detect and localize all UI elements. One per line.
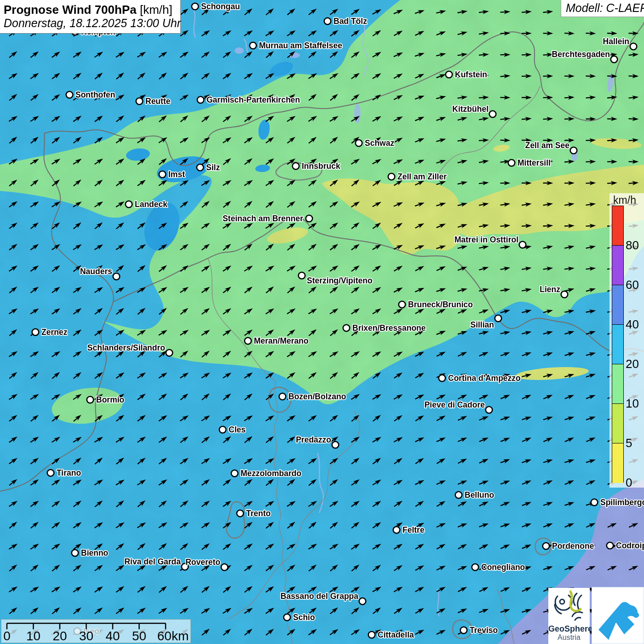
title-unit: [km/h] (140, 3, 172, 17)
city-marker (607, 542, 614, 549)
city-feltre: Feltre (393, 525, 425, 535)
city-marker (166, 350, 173, 356)
legend-unit-label: km/h (611, 194, 638, 207)
city-marker (299, 272, 305, 279)
legend-segment-10 (612, 364, 623, 404)
city-label: Cittadella (378, 630, 414, 639)
weather-map-canvas: SchongauBad TölzKemptenMurnau am Staffel… (0, 0, 644, 644)
city-label: Hallein (603, 37, 629, 46)
legend-tick-5: 5 (626, 437, 632, 449)
city-cles: Cles (219, 425, 246, 434)
city-label: Steinach am Brenner (223, 214, 303, 223)
city-marker (630, 43, 637, 50)
city-bozen-bolzano: Bozen/Bolzano (279, 392, 346, 401)
city-label: Cortina d'Ampezzo (448, 374, 521, 383)
city-label: Mezzolombardo (241, 469, 301, 478)
city-label: Bozen/Bolzano (288, 392, 346, 401)
city-label: Silz (206, 163, 220, 172)
city-marker (87, 397, 94, 403)
city-brixen-bressanone: Brixen/Bressanone (343, 323, 426, 333)
city-marker (197, 164, 204, 171)
city-zernez: Zernez (32, 328, 68, 337)
city-label: Bad Tölz (334, 17, 367, 26)
city-marker (388, 173, 395, 180)
city-marker (221, 564, 228, 571)
city-marker (237, 510, 244, 517)
scalebar-label-50: 50 (132, 629, 146, 643)
geosphere-contour-icon (548, 588, 590, 624)
forecast-datetime: Donnerstag, 18.12.2025 13:00 Uhr (4, 17, 177, 29)
city-label: Codroipo (616, 541, 644, 550)
geosphere-logo-country: Austria (548, 633, 590, 641)
city-label: Reutte (145, 97, 171, 106)
city-label: Garmisch-Partenkirchen (207, 95, 300, 104)
partner-logo (592, 587, 644, 644)
city-marker (472, 564, 479, 571)
city-label: Lienz (540, 285, 560, 294)
city-label: Spilimbergo (600, 498, 644, 507)
city-marker (324, 18, 331, 25)
city-marker (570, 147, 577, 154)
legend-segment-0 (612, 443, 623, 483)
city-label: Bienno (81, 548, 108, 558)
legend-color-bar (612, 206, 624, 483)
city-label: Zell am See (525, 141, 570, 150)
scalebar-label-20: 20 (52, 629, 67, 643)
city-imst: Imst (159, 170, 185, 179)
city-marker (245, 338, 252, 345)
city-bruneck-brunico: Bruneck/Brunico (399, 300, 473, 309)
city-bormio: Bormio (87, 395, 125, 404)
city-silz: Silz (197, 163, 220, 172)
city-mezzolombardo: Mezzolombardo (231, 469, 302, 478)
legend-tick-80: 80 (626, 239, 639, 251)
city-marker (284, 614, 291, 621)
city-label: Zernez (41, 328, 68, 337)
city-trento: Trento (237, 509, 271, 518)
city-marker (279, 393, 286, 400)
city-marker (359, 598, 366, 605)
city-label: Bassano del Grappa (281, 592, 358, 601)
city-label: Schwaz (365, 138, 394, 148)
city-murnau-am-staffelsee: Murnau am Staffelsee (250, 41, 342, 50)
city-label: Berchtesgaden (552, 50, 610, 59)
city-marker (393, 527, 400, 534)
city-label: Nauders (80, 267, 112, 276)
city-label: Trento (246, 509, 270, 518)
city-marker (113, 273, 120, 280)
city-marker (519, 242, 526, 248)
city-marker (332, 442, 339, 448)
legend-segment-60 (612, 246, 623, 285)
city-marker (508, 160, 515, 167)
city-label: Riva del Garda (124, 557, 181, 566)
city-label: Predazzo (296, 435, 331, 444)
scalebar-label-30: 30 (79, 629, 93, 643)
city-label: Schongau (201, 2, 240, 11)
city-label: Kufstein (455, 70, 487, 79)
model-label: Modell: C-LAEF (561, 0, 644, 17)
city-marker (489, 111, 496, 118)
city-label: Kitzbühel (452, 104, 489, 114)
city-marker (159, 171, 166, 178)
city-bienno: Bienno (72, 548, 109, 558)
scalebar-label-40: 40 (105, 629, 120, 643)
city-marker (591, 499, 598, 506)
city-steinach-am-brenner: Steinach am Brenner (223, 214, 312, 223)
city-label: Feltre (402, 525, 425, 535)
city-marker (192, 3, 199, 10)
city-marker (611, 56, 618, 63)
city-label: Pieve di Cadore (425, 400, 485, 409)
city-label: Imst (168, 170, 185, 179)
city-label: Bormio (96, 395, 124, 404)
city-label: Zell am Ziller (397, 172, 447, 181)
city-garmisch-partenkirchen: Garmisch-Partenkirchen (197, 95, 300, 104)
mountain-cloud-icon (592, 587, 644, 644)
city-label: Schlanders/Silandro (87, 343, 165, 352)
legend-tick-10: 10 (626, 397, 639, 409)
city-label: Landeck (135, 200, 167, 209)
legend-segment-5 (612, 404, 623, 443)
legend-tick-20: 20 (626, 358, 639, 370)
city-label: Matrei in Osttirol (454, 235, 518, 244)
city-marker (495, 315, 502, 322)
city-label: Meran/Merano (254, 336, 309, 345)
scalebar-label-60km: 60km (157, 629, 189, 643)
